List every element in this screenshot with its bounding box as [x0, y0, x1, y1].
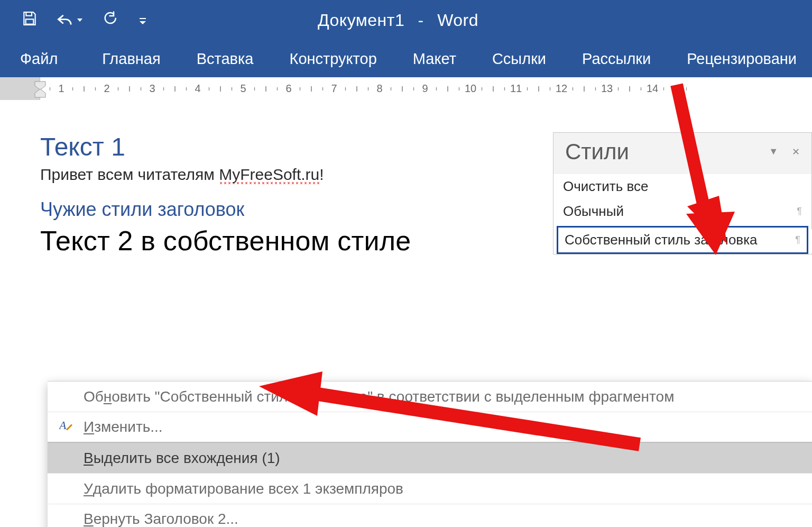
svg-text:A: A — [59, 419, 67, 432]
menu-revert-heading2[interactable]: Вернуть Заголовок 2... — [48, 504, 812, 527]
tab-file[interactable]: Файл — [17, 44, 84, 74]
styles-pane-header: Стили ▼ ✕ — [553, 133, 811, 174]
tab-home[interactable]: Главная — [84, 44, 178, 74]
indent-marker-icon[interactable] — [33, 79, 48, 98]
pane-close-icon[interactable]: ✕ — [792, 146, 800, 158]
style-clear-all[interactable]: Очистить все — [553, 174, 811, 199]
quick-access-toolbar — [0, 10, 147, 31]
svg-text:6: 6 — [285, 83, 291, 94]
tab-layout[interactable]: Макет — [395, 44, 474, 74]
svg-rect-0 — [26, 12, 32, 16]
svg-text:8: 8 — [376, 83, 382, 94]
styles-pane-title: Стили — [565, 139, 629, 165]
svg-rect-1 — [26, 19, 34, 24]
menu-modify[interactable]: A Изменить... — [48, 412, 812, 443]
style-custom-heading[interactable]: Собственный стиль заголовка ¶ — [557, 226, 808, 254]
menu-remove-formatting[interactable]: Удалить форматирование всех 1 экземпляро… — [48, 474, 812, 504]
svg-text:4: 4 — [195, 83, 200, 94]
tab-review[interactable]: Рецензировани — [669, 44, 812, 74]
spellcheck-underline: MyFreeSoft.ru — [219, 166, 319, 184]
save-icon[interactable] — [21, 10, 38, 31]
svg-marker-102 — [35, 89, 45, 97]
style-context-menu: Обновить "Собственный стиль заголовка" в… — [48, 381, 812, 527]
title-bar: Документ1 - Word — [0, 0, 812, 40]
svg-text:11: 11 — [510, 83, 522, 94]
svg-text:10: 10 — [465, 83, 476, 94]
style-normal[interactable]: Обычный ¶ — [553, 199, 811, 224]
tab-references[interactable]: Ссылки — [474, 44, 564, 74]
paragraph-mark-icon: ¶ — [795, 234, 800, 246]
menu-update-style[interactable]: Обновить "Собственный стиль заголовка" в… — [48, 381, 812, 412]
undo-icon[interactable] — [56, 13, 82, 28]
svg-text:5: 5 — [240, 83, 246, 94]
qat-customize-icon[interactable] — [139, 11, 147, 29]
document-name: Документ1 — [318, 11, 404, 30]
horizontal-ruler[interactable]: 1234567891011121314 — [0, 77, 812, 101]
document-stage: Текст 1 Привет всем читателям MyFreeSoft… — [0, 101, 812, 527]
menu-select-all-instances[interactable]: Выделить все вхождения (1) — [48, 443, 812, 474]
tab-mailings[interactable]: Рассылки — [564, 44, 669, 74]
svg-text:9: 9 — [422, 83, 428, 94]
ruler-marks: 1234567891011121314 — [40, 77, 812, 100]
tab-design[interactable]: Конструктор — [271, 44, 394, 74]
svg-text:13: 13 — [601, 83, 613, 94]
svg-text:1: 1 — [58, 83, 64, 94]
svg-rect-2 — [140, 18, 146, 19]
styles-pane: Стили ▼ ✕ Очистить все Обычный ¶ Собстве… — [553, 132, 812, 255]
svg-text:14: 14 — [647, 83, 658, 94]
modify-style-icon: A — [59, 419, 73, 436]
app-name: Word — [437, 11, 478, 30]
tab-insert[interactable]: Вставка — [179, 44, 272, 74]
paragraph-mark-icon: ¶ — [797, 206, 802, 217]
redo-icon[interactable] — [100, 11, 116, 30]
svg-text:3: 3 — [149, 83, 155, 94]
ribbon-tabs: Файл Главная Вставка Конструктор Макет С… — [0, 40, 812, 77]
svg-text:7: 7 — [331, 83, 337, 94]
pane-options-icon[interactable]: ▼ — [769, 146, 778, 158]
svg-text:12: 12 — [556, 83, 567, 94]
svg-text:2: 2 — [104, 83, 109, 94]
